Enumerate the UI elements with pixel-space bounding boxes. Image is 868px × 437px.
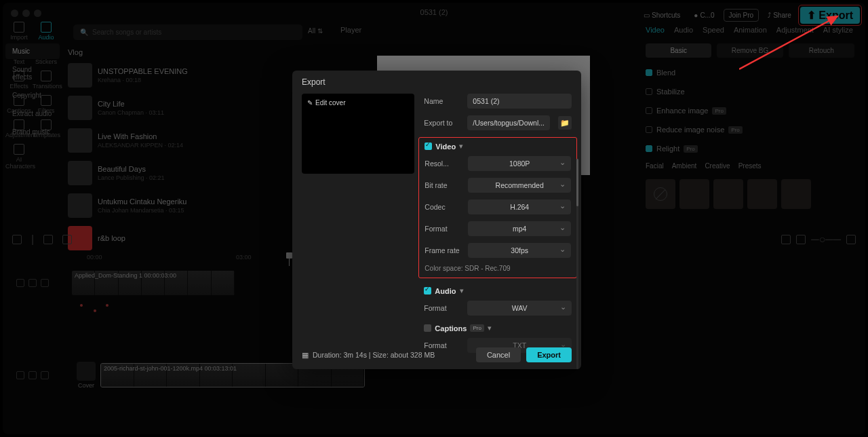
exportto-input[interactable]: /Users/topgus/Downl... [467,115,550,130]
audio-format-select[interactable]: WAV [467,301,572,316]
exportto-label: Export to [424,119,462,127]
name-input[interactable]: 0531 (2) [467,94,572,109]
cover-preview[interactable]: ✎ Edit cover [302,94,414,174]
name-label: Name [424,97,462,105]
captions-checkbox[interactable] [424,324,431,332]
modal-title: Export [292,71,581,94]
video-checkbox[interactable] [425,142,432,150]
edit-cover-button[interactable]: ✎ Edit cover [307,99,345,107]
export-confirm-button[interactable]: Export [526,347,572,362]
export-modal: Export ✎ Edit cover Name 0531 (2) Export… [292,71,581,369]
format-select[interactable]: mp4 [468,221,571,236]
resolution-select[interactable]: 1080P [468,156,571,171]
folder-icon[interactable]: 📁 [558,116,572,130]
video-settings-highlight: Video ▾ Resol...1080P Bit rateRecommende… [418,137,577,278]
codec-select[interactable]: H.264 [468,200,571,214]
bitrate-select[interactable]: Recommended [468,178,571,193]
audio-checkbox[interactable] [424,287,431,294]
cancel-button[interactable]: Cancel [476,347,521,362]
framerate-select[interactable]: 30fps [468,243,571,258]
modal-scrollbar[interactable] [576,159,578,369]
duration-text: ▦ Duration: 3m 14s | Size: about 328 MB [302,351,435,359]
colorspace-text: Color space: SDR - Rec.709 [425,265,571,272]
